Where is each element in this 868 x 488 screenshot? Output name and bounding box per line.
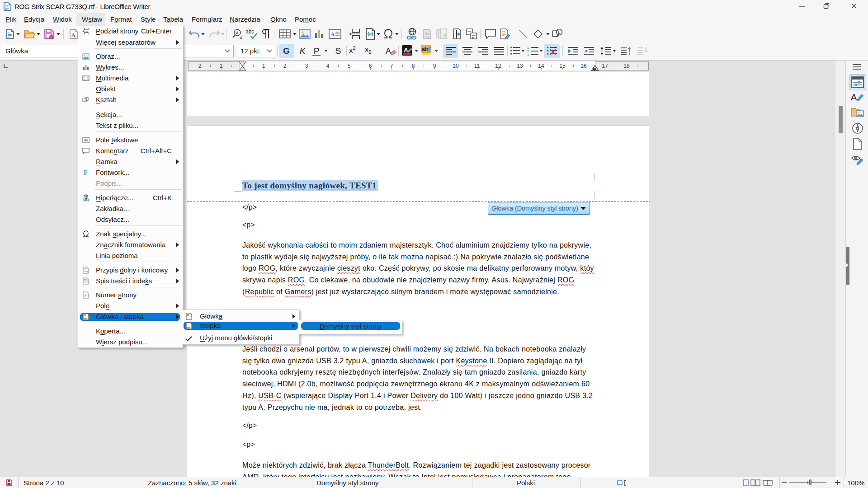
svg-text:A: A — [84, 138, 87, 142]
svg-text:A: A — [404, 47, 408, 54]
svg-text:#: # — [85, 293, 87, 298]
svg-text:a: a — [236, 30, 238, 35]
svg-text:d: d — [240, 35, 242, 40]
svg-text:A: A — [71, 32, 75, 38]
svg-text:A: A — [386, 47, 391, 56]
svg-text:1: 1 — [86, 271, 88, 274]
svg-text:2: 2 — [527, 50, 529, 53]
svg-text:A: A — [330, 31, 335, 38]
svg-text:A: A — [851, 92, 857, 102]
svg-text:[i]: [i] — [443, 33, 446, 38]
svg-text:1: 1 — [428, 35, 430, 39]
svg-text:abc: abc — [245, 28, 254, 35]
svg-text:3: 3 — [527, 53, 529, 56]
svg-text:F: F — [84, 169, 88, 176]
svg-text:1: 1 — [527, 46, 529, 49]
